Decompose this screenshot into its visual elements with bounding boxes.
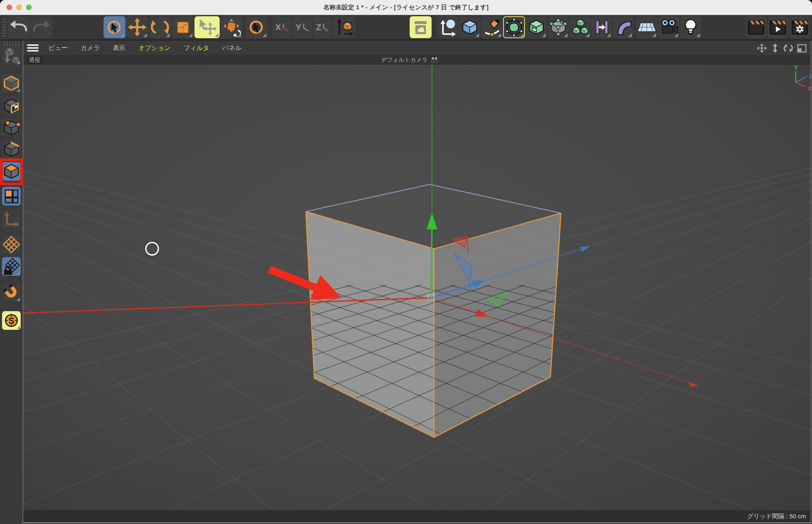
cloner-button[interactable]: [570, 16, 591, 38]
primitive-cube-button[interactable]: [459, 16, 480, 38]
axis-modification-icon: [222, 18, 241, 37]
app-window: 名称未設定 1 * - メイン - [ライセンスが 7 日 で終了します]: [0, 0, 812, 524]
window-title: 名称未設定 1 * - メイン - [ライセンスが 7 日 で終了します]: [324, 4, 489, 11]
minimize-button[interactable]: [16, 4, 22, 10]
redo-icon: [32, 18, 51, 36]
menu-display[interactable]: 表示: [106, 44, 132, 52]
menu-panel[interactable]: パネル: [216, 44, 248, 52]
render-picture-viewer-button[interactable]: [767, 16, 788, 38]
edge-mode-button[interactable]: [2, 140, 21, 159]
quantize-snap-icon: S: [2, 311, 21, 330]
rotate-tool[interactable]: [149, 16, 171, 38]
x-axis-icon: [282, 22, 289, 32]
sidebar-grip[interactable]: [3, 41, 19, 46]
floor-object-button[interactable]: [636, 16, 657, 38]
camera-object-icon: [659, 18, 678, 37]
y-axis-lock-button[interactable]: Y: [293, 16, 312, 38]
lock-workplane-icon: [2, 257, 21, 276]
make-editable-button[interactable]: [2, 46, 21, 65]
rotate-view-icon[interactable]: [783, 43, 793, 53]
uv-mode-icon: [2, 187, 20, 205]
scale-tool[interactable]: [172, 16, 194, 38]
subdivision-surface-icon: [505, 18, 523, 37]
viewport-3d-scene[interactable]: Y Z X: [23, 65, 811, 510]
x-axis-lock-button[interactable]: X: [272, 16, 292, 38]
render-view-icon: [745, 17, 767, 37]
menu-camera[interactable]: カメラ: [74, 44, 106, 52]
red-highlight-rectangle: [0, 158, 23, 185]
lock-workplane-button[interactable]: [2, 257, 21, 276]
texture-mode-button[interactable]: [2, 97, 21, 115]
uv-mode-button[interactable]: [2, 187, 21, 206]
cloner-icon: [571, 18, 590, 37]
camera-object-button[interactable]: [658, 16, 679, 38]
subdivision-surface-button[interactable]: [503, 16, 525, 38]
extrude-generator-button[interactable]: [526, 16, 547, 38]
model-mode-button[interactable]: [2, 74, 21, 93]
volume-builder-button[interactable]: [548, 16, 569, 38]
viewport-panel: ビュー カメラ 表示 オプション フィルタ パネル 透視 デフォルトカメラ: [23, 41, 811, 523]
spline-pen-button[interactable]: [481, 16, 502, 38]
bend-deformer-icon: [614, 18, 632, 36]
z-axis-lock-button[interactable]: Z: [313, 16, 333, 38]
menu-view[interactable]: ビュー: [42, 44, 74, 52]
live-selection-tool[interactable]: [104, 16, 125, 38]
gizmo-origin-handle[interactable]: [428, 294, 434, 300]
render-settings-button[interactable]: [789, 16, 810, 38]
primitive-cube-icon: [461, 18, 479, 36]
point-mode-icon: [2, 119, 20, 137]
light-object-button[interactable]: [680, 16, 701, 38]
toolbar-grip[interactable]: [2, 16, 7, 39]
maximize-view-icon[interactable]: [797, 44, 807, 53]
place-tool-button[interactable]: [437, 16, 458, 38]
axis-x-label: X: [808, 85, 811, 92]
render-settings-icon: [789, 17, 810, 37]
scale-icon: [174, 18, 192, 36]
camera-label-group[interactable]: デフォルトカメラ: [381, 56, 441, 64]
menu-filter[interactable]: フィルタ: [177, 44, 216, 52]
camera-small-icon: [430, 56, 440, 63]
z-axis-icon: [322, 22, 329, 32]
menu-options[interactable]: オプション: [132, 44, 177, 52]
view-label[interactable]: 透視: [26, 56, 43, 64]
viewport-statusbar: グリッド間隔 : 50 cm: [23, 510, 811, 522]
live-selection-icon: [105, 18, 124, 37]
zoom-button[interactable]: [26, 4, 32, 10]
main-toolbar: X Y Z: [0, 15, 812, 41]
quantize-snap-button[interactable]: S: [2, 311, 21, 330]
move-tool[interactable]: [126, 16, 148, 38]
workplane-mode-button[interactable]: [2, 235, 21, 254]
extrude-generator-icon: [527, 18, 545, 36]
rigging-button[interactable]: [592, 16, 612, 38]
asset-browser-button[interactable]: [410, 16, 432, 38]
selection-tool-dropdown[interactable]: [246, 16, 268, 38]
render-view-button[interactable]: [745, 16, 767, 38]
y-axis-label: Y: [296, 22, 301, 32]
undo-icon: [9, 18, 28, 36]
zoom-view-icon[interactable]: [771, 43, 780, 53]
enable-axis-icon: [2, 210, 20, 228]
viewport-menubar: ビュー カメラ 表示 オプション フィルタ パネル: [23, 41, 811, 55]
scene-svg: Y Z X: [23, 65, 811, 510]
redo-button[interactable]: [30, 16, 52, 38]
close-button[interactable]: [6, 4, 12, 10]
coordinate-system-icon: [335, 17, 354, 37]
traffic-lights: [6, 4, 32, 10]
snap-magnet-button[interactable]: [2, 283, 21, 302]
axis-modification-tool[interactable]: [220, 16, 242, 38]
pan-view-icon[interactable]: [757, 43, 767, 53]
bend-deformer-button[interactable]: [613, 16, 633, 38]
undo-button[interactable]: [8, 16, 30, 38]
point-mode-button[interactable]: [2, 119, 21, 137]
viewport-nav-icons: [757, 43, 807, 53]
gizmo-y-shaft[interactable]: [431, 227, 432, 298]
render-picture-viewer-icon: [767, 17, 788, 37]
x-axis-label: X: [275, 22, 281, 32]
enable-axis-button[interactable]: [2, 210, 21, 228]
menu-icon[interactable]: [27, 43, 39, 52]
coordinate-system-button[interactable]: [333, 16, 355, 38]
edge-mode-icon: [2, 141, 20, 158]
mode-sidebar: S: [0, 41, 23, 524]
snap-magnet-icon: [2, 283, 21, 302]
last-used-tool[interactable]: [194, 16, 220, 38]
